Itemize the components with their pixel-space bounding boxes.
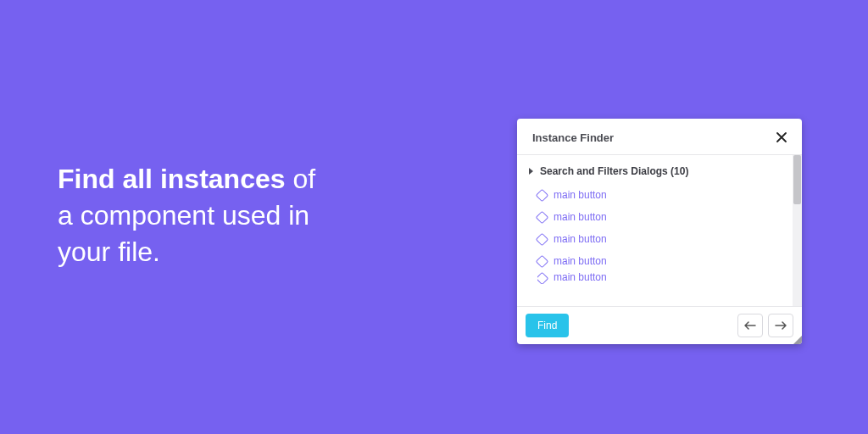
close-button[interactable]	[773, 129, 790, 146]
list-item[interactable]: main button	[537, 250, 786, 272]
hero-line2: a component used in	[58, 200, 309, 231]
instance-label: main button	[554, 274, 607, 281]
instance-label: main button	[554, 211, 607, 223]
instance-label: main button	[554, 189, 607, 201]
instance-label: main button	[554, 255, 607, 267]
list-item[interactable]: main button	[537, 184, 786, 206]
list-item[interactable]: main button	[537, 206, 786, 228]
group-row[interactable]: Search and Filters Dialogs (10)	[517, 164, 793, 184]
list-item[interactable]: main button	[537, 272, 786, 284]
list-item[interactable]: main button	[537, 228, 786, 250]
instance-icon	[536, 254, 549, 268]
nav-group	[737, 314, 793, 337]
instance-icon	[536, 188, 549, 202]
hero-bold: Find all instances	[58, 164, 286, 194]
instance-icon	[536, 210, 549, 224]
hero-copy: Find all instances of a component used i…	[58, 161, 315, 271]
resize-handle-icon[interactable]	[793, 336, 802, 344]
scrollbar-thumb[interactable]	[793, 155, 801, 204]
panel-title: Instance Finder	[532, 131, 614, 144]
instance-icon	[537, 272, 548, 284]
group-label: Search and Filters Dialogs (10)	[540, 165, 688, 177]
next-button[interactable]	[768, 314, 793, 337]
caret-right-icon	[529, 168, 533, 175]
panel-body: Search and Filters Dialogs (10) main but…	[517, 155, 802, 306]
instance-list: main button main button main button main…	[517, 184, 793, 284]
hero-rest1: of	[286, 164, 316, 194]
arrow-left-icon	[744, 320, 756, 331]
instance-icon	[536, 232, 549, 246]
instance-label: main button	[554, 233, 607, 245]
find-button[interactable]: Find	[526, 314, 569, 337]
instance-finder-panel: Instance Finder Search and Filters Dialo…	[517, 119, 802, 344]
results-scroll-area: Search and Filters Dialogs (10) main but…	[517, 155, 793, 306]
arrow-right-icon	[775, 320, 787, 331]
panel-footer: Find	[517, 306, 802, 344]
scrollbar[interactable]	[793, 155, 802, 306]
hero-line3: your file.	[58, 236, 160, 267]
panel-header: Instance Finder	[517, 119, 802, 155]
prev-button[interactable]	[737, 314, 763, 337]
close-icon	[776, 131, 787, 143]
